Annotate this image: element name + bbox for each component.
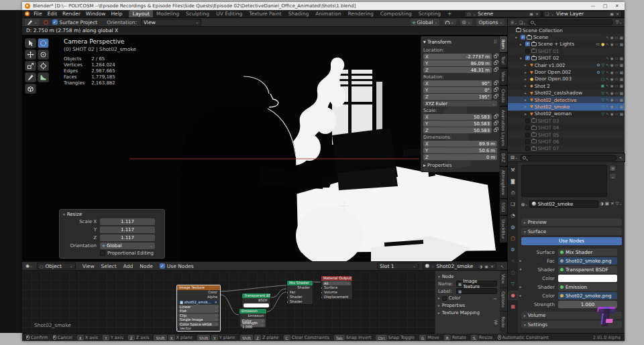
color-swatch[interactable] — [244, 303, 269, 307]
outliner-row[interactable]: ▸✓Scene + Lights▭●↖◉▭▦ — [508, 41, 625, 48]
workspace-tab-animation[interactable]: Animation — [312, 10, 344, 17]
properties-tab-output[interactable]: ⎙ — [508, 189, 517, 197]
image-texture-node[interactable]: Image TextureColorAlpha▦ shot02_smok...✕… — [176, 285, 221, 332]
properties-pin-icon[interactable]: ➴ — [619, 155, 623, 160]
outliner-row[interactable]: ▾✓SHOT 02↖◉▭▦ — [508, 55, 625, 62]
unlink-scene-icon[interactable]: ✕ — [535, 11, 539, 16]
eye-icon[interactable]: ◉ — [610, 70, 614, 74]
render-visibility-icon[interactable]: ▦ — [620, 105, 623, 109]
slot-specials-button[interactable]: ☰ — [609, 165, 616, 171]
outliner-row[interactable]: Scene Collection — [508, 27, 625, 33]
collection-checkbox[interactable]: ✓ — [525, 42, 530, 46]
collection-checkbox[interactable]: ✓ — [525, 56, 530, 60]
viewport-hide-icon[interactable]: ▭ — [615, 77, 619, 81]
resize-value-row[interactable]: Y1.117 — [63, 226, 161, 233]
eye-icon[interactable]: ◉ — [610, 36, 614, 40]
material-slot-dropdown[interactable]: Slot 1⌄ — [377, 263, 419, 269]
outliner-search-input[interactable] — [528, 19, 613, 25]
move-tool[interactable] — [25, 50, 36, 60]
viewport-hide-icon[interactable]: ▭ — [615, 105, 619, 109]
eye-icon[interactable]: ◉ — [610, 91, 614, 95]
render-visibility-icon[interactable]: ▦ — [620, 36, 623, 40]
fake-user-icon[interactable]: ◑ — [600, 201, 604, 206]
3d-viewport[interactable]: D: 2.750 m (2.758 m) along global X — [22, 27, 507, 261]
lock-icon[interactable] — [494, 62, 497, 65]
unlink-material-icon[interactable]: ✕ — [490, 264, 494, 269]
viewport-hide-icon[interactable]: ▭ — [615, 91, 619, 95]
shader-menu-view[interactable]: View — [80, 263, 97, 269]
active-tool-dropdown[interactable]: ⌄ — [25, 19, 40, 26]
use-nodes-button[interactable]: Use Nodes — [521, 237, 622, 245]
slot-menu-button[interactable]: ⌄ — [609, 173, 616, 180]
workspace-tab-texture-paint[interactable]: Texture Paint — [246, 10, 284, 17]
shader-field[interactable]: Transparent BSDF — [558, 266, 617, 273]
selectable-icon[interactable]: ↖ — [606, 70, 609, 74]
collection-checkbox[interactable] — [525, 146, 530, 151]
sidebar-tab-atmosphere[interactable]: Atmosphere — [500, 167, 507, 198]
maximize-button[interactable]: ▢ — [600, 2, 610, 10]
sidebar-tab-animation-layers[interactable]: Animation Layers — [500, 107, 507, 149]
unlink-material-icon[interactable]: ✕ — [610, 201, 614, 206]
rotation-mode-dropdown[interactable]: XYZ Euler⌄ — [423, 100, 497, 107]
render-visibility-icon[interactable]: ▦ — [620, 98, 623, 102]
material-property-row[interactable]: ▾ShaderTransparent BSDF — [518, 265, 625, 273]
properties-tab-physics[interactable]: ◌ — [508, 269, 517, 277]
surface-field[interactable]: Mix Shader — [558, 249, 617, 256]
properties-tab-particles[interactable]: ⁙ — [508, 257, 517, 265]
shader-tab-options[interactable]: Options — [500, 288, 507, 311]
outliner-filter-dropdown[interactable]: ▽⌄ — [615, 19, 622, 25]
outliner-row[interactable]: ▸◆Shot 2▣↖◉▭▦ — [508, 82, 625, 89]
lock-icon[interactable] — [494, 95, 497, 98]
eye-icon[interactable]: ◉ — [610, 105, 614, 109]
outliner-row[interactable]: ▸●Door Open.003○↖◉▭▦ — [508, 76, 625, 82]
annotate-tool[interactable] — [25, 72, 36, 82]
render-visibility-icon[interactable]: ▦ — [620, 63, 623, 67]
new-scene-icon[interactable]: ▣ — [529, 11, 533, 16]
lock-icon[interactable] — [494, 55, 497, 58]
new-material-icon[interactable]: ▣ — [605, 201, 609, 206]
preview-panel-header[interactable]: ▸Preview — [521, 218, 622, 226]
viewport-hide-icon[interactable]: ▭ — [615, 36, 619, 40]
sidebar-tab-view[interactable]: View — [500, 68, 507, 85]
menu-render[interactable]: Render — [60, 11, 83, 17]
workspace-tab-modeling[interactable]: Modeling — [153, 10, 182, 17]
resize-value-row[interactable]: Scale X1.117 — [63, 218, 161, 225]
selectable-icon[interactable]: ↖ — [606, 105, 609, 109]
mix-shader-node[interactable]: Mix ShaderShaderFacShaderShader — [286, 280, 313, 305]
properties-tab-material[interactable]: ● — [508, 291, 517, 299]
properties-tab-render[interactable]: ◙ — [508, 178, 517, 186]
resize-orientation-dropdown[interactable]: ✛Global ⌄ — [100, 243, 155, 249]
lock-icon[interactable] — [494, 82, 497, 85]
lock-icon[interactable] — [494, 115, 497, 119]
sidebar-tab-stackblur[interactable]: StackBlur — [500, 216, 507, 243]
select-box-tool[interactable] — [25, 38, 36, 48]
eye-icon[interactable]: ◉ — [610, 56, 614, 60]
emission-node[interactable]: EmissionEmissionColor⌄Strength 1.000⌄ — [239, 308, 267, 328]
eye-icon[interactable]: ◉ — [610, 84, 614, 88]
viewport-hide-icon[interactable]: ▭ — [615, 112, 619, 116]
transform-panel-title[interactable]: ▾ Transform⠿ — [423, 38, 497, 46]
render-visibility-icon[interactable]: ▦ — [620, 70, 623, 74]
outliner-row[interactable]: SHOT 01 — [508, 48, 625, 54]
workspace-tab-compositing[interactable]: Compositing — [377, 10, 415, 17]
collection-checkbox[interactable] — [525, 49, 530, 54]
lock-icon[interactable] — [494, 88, 497, 92]
selectable-icon[interactable]: ↖ — [606, 98, 609, 102]
sidebar-tab-daz[interactable]: DAZ — [500, 150, 507, 165]
transform-row[interactable]: X-2.7737 m — [423, 54, 497, 60]
sidebar-tab-ssgi[interactable]: SSGI — [500, 199, 507, 215]
menu-file[interactable]: File — [31, 11, 45, 17]
color-field[interactable]: Shot02_smoke.png — [558, 292, 617, 299]
lock-icon[interactable] — [494, 68, 497, 72]
viewport-hide-icon[interactable]: ▭ — [615, 70, 619, 74]
outliner-row[interactable]: ▸▼Chair v1.002⚙▽↖◉▭▦ — [508, 62, 625, 68]
properties-tab-modifiers[interactable]: ⚙ — [508, 246, 517, 254]
options-dropdown[interactable]: Options⌄ — [476, 19, 504, 26]
scale-tool[interactable] — [25, 61, 36, 71]
collection-checkbox[interactable] — [525, 119, 530, 123]
node-name-field[interactable]: ▦ Image Texture — [456, 281, 497, 287]
collection-checkbox[interactable] — [525, 133, 530, 137]
eye-icon[interactable]: ◉ — [610, 112, 614, 116]
collection-checkbox[interactable]: ✓ — [521, 35, 525, 40]
add-cube-tool[interactable] — [25, 84, 36, 94]
